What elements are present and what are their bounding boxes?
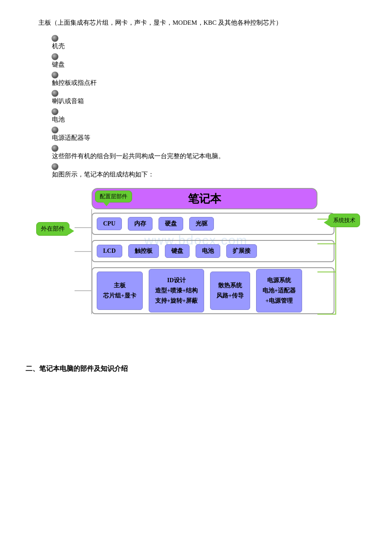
bullet-label: 键盘 <box>52 61 366 69</box>
chip-thermal: 散热系统风路+传导 <box>210 272 250 310</box>
bullet-item: 这些部件有机的组合到一起共同构成一台完整的笔记本电脑。 <box>51 145 366 162</box>
bullet-dot-icon <box>51 71 59 79</box>
external-horiz-line3 <box>75 290 92 291</box>
row3-container: 主板芯片组+显卡 ID设计造型+喷漆+结构支持+旋转+屏蔽 散热系统风路+传导 … <box>92 267 334 314</box>
row2-container: LCD 触控板 键盘 电池 扩展接 <box>92 240 334 262</box>
bullet-item: 机壳 <box>51 35 366 52</box>
svg-point-4 <box>52 108 58 115</box>
row1-container: CPU 内存 硬盘 光驱 <box>92 213 334 235</box>
bullet-dot-icon <box>51 163 59 171</box>
external-label: 外在部件 <box>36 222 69 236</box>
bullet-dot-icon <box>51 35 59 42</box>
bullet-dot-icon <box>51 53 59 61</box>
systech-bot-line <box>317 272 336 272</box>
chip-yingpan: 硬盘 <box>159 217 183 231</box>
bullet-dot-icon <box>51 126 59 134</box>
chip-battery: 电池 <box>196 244 220 258</box>
chip-guangqu: 光驱 <box>189 217 214 231</box>
systech-vert-line <box>335 219 336 314</box>
bullet-label: 喇叭或音箱 <box>52 97 366 105</box>
chip-expand: 扩展接 <box>226 244 257 258</box>
section2-heading: 二、笔记本电脑的部件及知识介绍 <box>26 364 366 373</box>
diagram-container: 配置层部件 笔记本 系统技术 外在部件 CPU 内存 硬盘 光驱 LCD 触控板… <box>36 188 356 354</box>
bullet-label: 触控板或指点杆 <box>52 79 366 87</box>
bullet-label: 电池 <box>52 116 366 124</box>
svg-point-6 <box>52 145 58 152</box>
bullet-label: 电源适配器等 <box>52 134 366 142</box>
bullet-dot-icon <box>51 90 59 97</box>
diagram-wrapper: 配置层部件 笔记本 系统技术 外在部件 CPU 内存 硬盘 光驱 LCD 触控板… <box>36 188 360 354</box>
external-horiz-line2 <box>75 251 92 252</box>
intro-paragraph: 主板（上面集成有芯片组，网卡，声卡，显卡，MODEM，KBC 及其他各种控制芯片… <box>26 17 366 29</box>
bullet-dot-icon <box>51 145 59 152</box>
bullet-item: 电池 <box>51 108 366 125</box>
left-vert-line <box>91 209 92 314</box>
svg-point-5 <box>52 127 58 133</box>
bullet-label: 如图所示，笔记本的组成结构如下： <box>52 171 366 179</box>
bullet-dot-icon <box>51 108 59 116</box>
external-horiz-line <box>75 227 92 228</box>
bullet-label: 这些部件有机的组合到一起共同构成一台完整的笔记本电脑。 <box>52 152 366 160</box>
svg-point-2 <box>52 72 58 78</box>
bullet-item: 键盘 <box>51 53 366 70</box>
bullet-item: 触控板或指点杆 <box>51 71 366 89</box>
systech-mid-line <box>317 243 336 244</box>
chip-id-design: ID设计造型+喷漆+结构支持+旋转+屏蔽 <box>149 269 204 312</box>
chip-lcd: LCD <box>97 245 122 257</box>
bullet-item: 喇叭或音箱 <box>51 90 366 107</box>
chip-cpu: CPU <box>97 217 122 230</box>
chip-motherboard: 主板芯片组+显卡 <box>97 272 143 310</box>
svg-point-7 <box>52 163 58 170</box>
svg-point-3 <box>52 90 58 97</box>
chip-keyboard: 键盘 <box>165 244 190 258</box>
chip-touchpad: 触控板 <box>128 244 159 258</box>
bullet-list: 机壳 键盘 触控板或指点杆 <box>51 35 366 180</box>
svg-point-1 <box>52 53 58 60</box>
chip-power-system: 电源系统电池+适配器+电源管理 <box>256 269 302 312</box>
chip-neicun: 内存 <box>128 217 153 231</box>
bullet-label: 机壳 <box>52 42 366 50</box>
bullet-item: 电源适配器等 <box>51 126 366 144</box>
systech-label: 系统技术 <box>329 214 360 227</box>
config-layer-label: 配置层部件 <box>95 191 132 202</box>
svg-point-0 <box>52 35 58 42</box>
bullet-item: 如图所示，笔记本的组成结构如下： <box>51 163 366 180</box>
systech-bot2-line <box>317 314 336 315</box>
